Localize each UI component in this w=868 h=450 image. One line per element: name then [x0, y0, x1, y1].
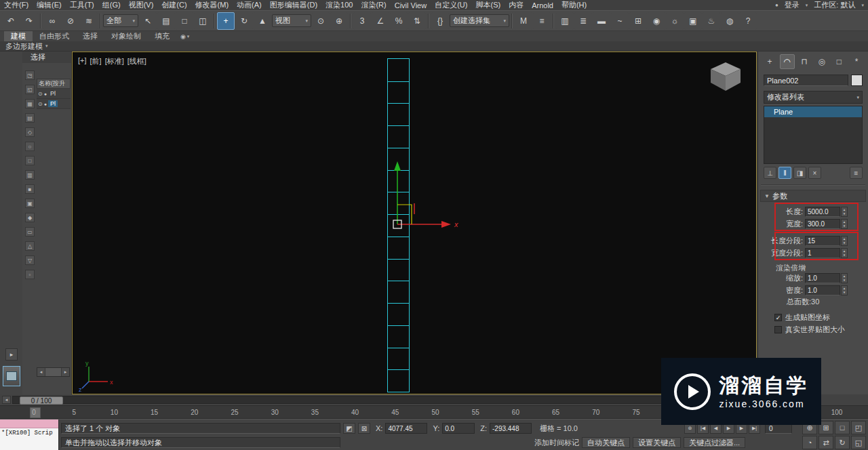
- viewport-renderer-menu[interactable]: [标准]: [105, 56, 124, 66]
- display-tab[interactable]: □: [831, 54, 846, 69]
- rendered-frame-window-button[interactable]: ▣: [684, 12, 702, 30]
- parameters-rollout-header[interactable]: ▼ 参数: [760, 190, 866, 202]
- menubar-item[interactable]: 图形编辑器(D): [266, 0, 321, 10]
- width-spinner[interactable]: ▴▾: [841, 219, 848, 229]
- ribbon-config-button[interactable]: ◉ ▾: [180, 33, 189, 40]
- select-by-name-button[interactable]: ▤: [157, 12, 175, 30]
- orbit-button[interactable]: ↻: [835, 436, 850, 449]
- menubar-item[interactable]: 创建(C): [157, 0, 191, 10]
- bind-to-space-warp-button[interactable]: ≋: [80, 12, 98, 30]
- real-world-map-size-checkbox[interactable]: [774, 326, 782, 333]
- length-segments-input[interactable]: 15: [805, 236, 840, 246]
- time-slider-track[interactable]: 0 / 100: [12, 396, 753, 404]
- zoom-region-button[interactable]: ◰: [851, 421, 866, 434]
- width-segments-input[interactable]: 1: [805, 248, 840, 258]
- y-coordinate-input[interactable]: 0.0: [442, 423, 475, 434]
- add-time-tag-button[interactable]: 添加时间标记: [534, 438, 579, 448]
- scene-object-row[interactable]: ⊙ ● Pl: [37, 99, 71, 109]
- pan-button[interactable]: ⇄: [818, 436, 833, 449]
- ribbon-tool-icon[interactable]: ◱: [25, 85, 35, 94]
- schematic-view-button[interactable]: ⊞: [629, 12, 647, 30]
- menubar-item[interactable]: 组(G): [98, 0, 125, 10]
- menubar-item[interactable]: 动画(A): [233, 0, 266, 10]
- angle-snap-button[interactable]: ∠: [372, 12, 389, 30]
- maximize-viewport-button[interactable]: ◱: [851, 436, 866, 449]
- listener-line[interactable]: *[XR100] Scrip: [0, 428, 58, 450]
- ribbon-tool-icon[interactable]: □: [25, 156, 35, 165]
- rectangular-selection-button[interactable]: □: [176, 12, 193, 30]
- toggle-ribbon-button[interactable]: ▬: [593, 12, 610, 30]
- undo-button[interactable]: ↶: [2, 12, 20, 30]
- select-and-manipulate-button[interactable]: ⊕: [330, 12, 348, 30]
- ribbon-tool-icon[interactable]: △: [25, 241, 35, 251]
- snap-toggle-button[interactable]: 3: [353, 12, 371, 30]
- select-and-scale-button[interactable]: ▲: [254, 12, 271, 30]
- curve-editor-button[interactable]: ~: [611, 12, 629, 30]
- zoom-extents-button[interactable]: □: [835, 421, 850, 434]
- select-object-button[interactable]: ↖: [139, 12, 157, 30]
- ribbon-tool-icon[interactable]: ◇: [25, 127, 35, 137]
- workspace-menu[interactable]: 工作区: 默认: [810, 0, 859, 10]
- menubar-item[interactable]: 帮助(H): [557, 0, 591, 10]
- utilities-tab[interactable]: *: [849, 54, 864, 69]
- scene-object-row[interactable]: ⊙ ● Pl: [37, 89, 71, 99]
- auto-key-button[interactable]: 自动关键点: [582, 437, 630, 448]
- set-key-button[interactable]: 设置关键点: [633, 437, 681, 448]
- isolate-selection-toggle[interactable]: ◩: [343, 423, 355, 434]
- render-iterative-button[interactable]: ◍: [721, 12, 738, 30]
- toggle-scene-explorer-button[interactable]: ▥: [556, 12, 574, 30]
- remove-modifier-button[interactable]: ×: [808, 167, 821, 179]
- use-pivot-point-button[interactable]: ⊙: [312, 12, 330, 30]
- hierarchy-tab[interactable]: ⊓: [797, 54, 812, 69]
- ribbon-tool-icon[interactable]: ▫: [25, 270, 35, 279]
- modifier-list-dropdown[interactable]: 修改器列表 ▾: [764, 91, 863, 104]
- expand-panel-button[interactable]: ▸: [5, 348, 18, 361]
- selection-lock-toggle[interactable]: ⊠: [358, 423, 370, 434]
- viewport-pov-menu[interactable]: [前]: [90, 56, 102, 66]
- menubar-item[interactable]: 视图(V): [125, 0, 158, 10]
- menubar-item[interactable]: 编辑(E): [33, 0, 66, 10]
- menubar-item[interactable]: 脚本(S): [471, 0, 505, 10]
- motion-tab[interactable]: ◎: [814, 54, 829, 69]
- viewcube[interactable]: [707, 60, 744, 93]
- spinner-snap-button[interactable]: ⇅: [408, 12, 426, 30]
- pin-stack-button[interactable]: ⊥: [764, 167, 776, 179]
- scale-input[interactable]: 1.0: [805, 273, 840, 283]
- modifier-stack[interactable]: Plane: [764, 106, 863, 164]
- ribbon-tab[interactable]: 填充: [148, 31, 176, 41]
- length-spinner[interactable]: ▴▾: [841, 207, 848, 217]
- menubar-item[interactable]: 渲染100: [321, 0, 357, 10]
- scroll-right-arrow[interactable]: ▸: [62, 368, 69, 376]
- toggle-layer-explorer-button[interactable]: ≣: [574, 12, 592, 30]
- eye-icon[interactable]: ⊙: [38, 91, 43, 97]
- window-crossing-toggle[interactable]: ◫: [194, 12, 212, 30]
- edit-named-selection-sets-button[interactable]: {}: [431, 12, 449, 30]
- render-setup-button[interactable]: ☼: [666, 12, 684, 30]
- open-communication-center-button[interactable]: ?: [739, 12, 757, 30]
- unlink-selection-button[interactable]: ⊘: [62, 12, 79, 30]
- align-button[interactable]: ≡: [533, 12, 551, 30]
- ribbon-tool-icon[interactable]: ■: [25, 184, 35, 194]
- name-sort-header[interactable]: 名称(按升: [37, 79, 71, 89]
- generate-mapping-coords-checkbox[interactable]: ✓: [774, 314, 782, 321]
- time-slider-handle[interactable]: 0 / 100: [20, 396, 63, 405]
- named-selection-sets-dropdown[interactable]: 创建选择集▾: [450, 14, 509, 27]
- menubar-item[interactable]: 自定义(U): [431, 0, 471, 10]
- viewport-shading-menu[interactable]: [线框]: [127, 56, 146, 66]
- object-name-input[interactable]: Plane002: [764, 75, 848, 86]
- z-coordinate-input[interactable]: -293.448: [490, 423, 532, 434]
- ribbon-tab[interactable]: 自由形式: [33, 31, 76, 41]
- horizontal-scrollbar[interactable]: ◂ ▸: [37, 367, 70, 377]
- gizmo-x-arrow[interactable]: [441, 221, 451, 228]
- macro-recorder-line[interactable]: [0, 420, 58, 428]
- viewport-general-menu[interactable]: [+]: [78, 56, 87, 66]
- ribbon-tool-icon[interactable]: ▣: [25, 199, 35, 208]
- show-end-result-button[interactable]: ‖: [778, 167, 791, 179]
- select-and-move-button[interactable]: +: [217, 12, 235, 30]
- ribbon-tab[interactable]: 建模: [4, 31, 33, 41]
- viewport-front[interactable]: [+][前][标准][线框] x x y: [72, 52, 757, 394]
- mirror-button[interactable]: M: [515, 12, 532, 30]
- modify-tab[interactable]: ◠: [780, 54, 795, 69]
- polygon-modeling-button[interactable]: 多边形建模: [5, 41, 43, 52]
- density-spinner[interactable]: ▴▾: [841, 285, 848, 295]
